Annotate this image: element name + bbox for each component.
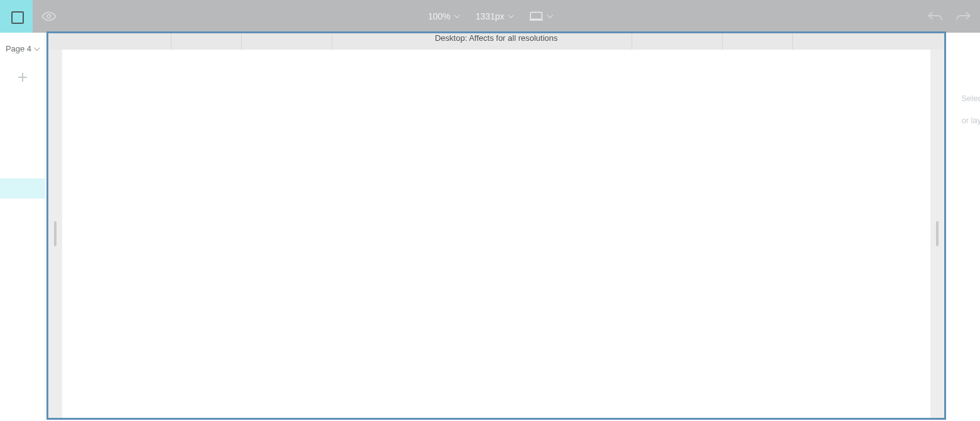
device-dropdown[interactable] xyxy=(529,11,552,21)
frame-tool-button[interactable] xyxy=(0,0,33,33)
page-thumbnail-active[interactable] xyxy=(0,178,45,199)
canvas-width-value: 1331px xyxy=(475,11,504,21)
responsive-grid-header[interactable] xyxy=(48,33,944,50)
grid-column-divider[interactable] xyxy=(48,33,171,50)
resize-handle-right[interactable] xyxy=(936,221,939,246)
chevron-down-icon xyxy=(34,46,39,52)
svg-rect-1 xyxy=(530,13,542,19)
grid-column-divider[interactable] xyxy=(332,33,632,50)
redo-button[interactable] xyxy=(955,10,971,23)
chevron-down-icon xyxy=(547,14,552,19)
zoom-dropdown[interactable]: 100% xyxy=(428,11,460,21)
top-toolbar: 100% 1331px xyxy=(0,0,980,33)
hint-line-1: Select xyxy=(961,94,980,103)
resize-handle-left[interactable] xyxy=(54,221,57,246)
grid-column-divider[interactable] xyxy=(723,33,793,50)
left-sidebar: Page 4 xyxy=(0,33,45,421)
hint-line-2: or laye xyxy=(961,116,980,125)
canvas-width-dropdown[interactable]: 1331px xyxy=(475,11,513,21)
grid-column-divider[interactable] xyxy=(171,33,242,50)
artboard-body[interactable] xyxy=(62,50,930,418)
preview-button[interactable] xyxy=(33,0,65,33)
canvas-left-gutter[interactable] xyxy=(48,50,62,418)
inspector-hint: Select or laye xyxy=(947,82,980,137)
device-icon xyxy=(529,11,543,21)
grid-column-divider[interactable] xyxy=(242,33,332,50)
zoom-value: 100% xyxy=(428,11,451,21)
grid-column-divider[interactable] xyxy=(632,33,723,50)
eye-icon xyxy=(41,8,57,25)
undo-button[interactable] xyxy=(927,10,944,23)
frame-icon xyxy=(9,9,23,23)
chevron-down-icon xyxy=(454,14,459,19)
toolbar-right-controls xyxy=(927,0,980,33)
grid-column-divider[interactable] xyxy=(793,33,944,50)
chevron-down-icon xyxy=(508,14,513,19)
add-page-button[interactable] xyxy=(16,71,29,84)
svg-point-0 xyxy=(47,14,51,18)
page-label: Page 4 xyxy=(6,44,31,53)
right-inspector: Select or laye xyxy=(947,33,980,421)
canvas-area[interactable]: Desktop: Affects for all resolutions xyxy=(45,30,947,421)
page-selector[interactable]: Page 4 xyxy=(6,44,39,53)
canvas-right-gutter[interactable] xyxy=(930,50,944,418)
toolbar-center-controls: 100% 1331px xyxy=(428,11,552,21)
